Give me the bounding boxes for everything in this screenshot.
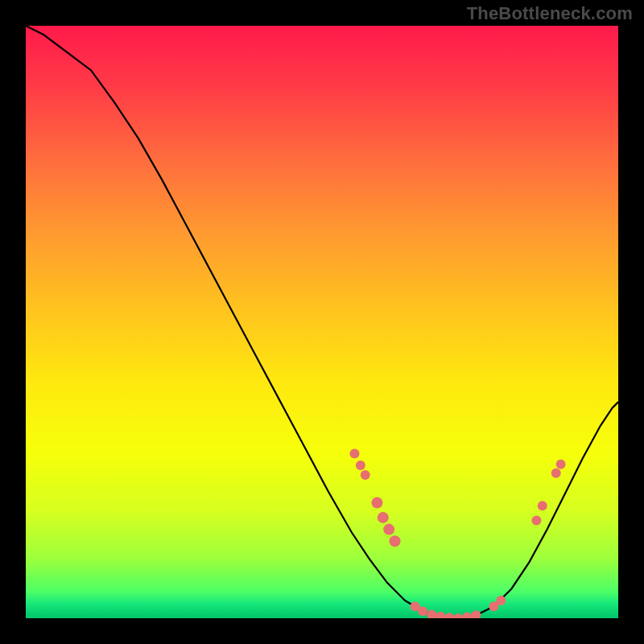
marker-dot (496, 596, 506, 605)
plot-area (26, 26, 618, 618)
curve-layer (26, 26, 618, 618)
highlighted-points (349, 448, 565, 618)
marker-dot (471, 610, 481, 618)
marker-dot (436, 612, 445, 618)
marker-dot (551, 469, 561, 478)
marker-dot (349, 448, 359, 458)
marker-dot (556, 460, 566, 469)
marker-dot (531, 516, 541, 526)
marker-dot (383, 524, 394, 535)
marker-dot (427, 610, 436, 618)
marker-dot (390, 535, 401, 547)
marker-dot (371, 497, 382, 508)
marker-dot (462, 613, 472, 618)
marker-dot (361, 470, 370, 480)
marker-dot (378, 512, 389, 523)
chart-stage: TheBottleneck.com (0, 0, 644, 644)
marker-dot (453, 613, 463, 618)
marker-dot (538, 501, 547, 510)
marker-dot (356, 460, 365, 470)
marker-dot (444, 613, 454, 618)
marker-dot (418, 606, 427, 616)
bottleneck-curve (26, 26, 618, 618)
watermark-text: TheBottleneck.com (467, 3, 633, 24)
